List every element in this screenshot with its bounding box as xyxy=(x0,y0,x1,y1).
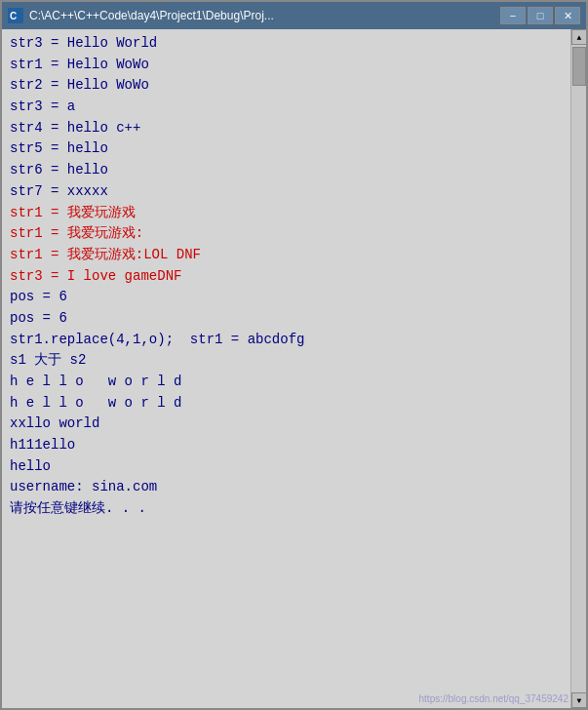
terminal-line: str1.replace(4,1,o); str1 = abcdofg xyxy=(10,330,563,351)
terminal-line: xxllo world xyxy=(10,414,563,435)
terminal-line: h111ello xyxy=(10,435,563,456)
terminal-line: s1 大于 s2 xyxy=(10,350,563,372)
content-area: str3 = Hello Worldstr1 = Hello WoWostr2 … xyxy=(2,29,586,708)
terminal-line: hello xyxy=(10,456,563,478)
terminal-line: str1 = 我爱玩游戏:LOL DNF xyxy=(10,245,563,266)
terminal-output: str3 = Hello Worldstr1 = Hello WoWostr2 … xyxy=(2,29,570,708)
terminal-line: str1 = 我爱玩游戏: xyxy=(10,223,563,245)
scroll-up-button[interactable]: ▲ xyxy=(571,29,586,45)
terminal-line: str3 = Hello World xyxy=(10,33,563,55)
terminal-line: pos = 6 xyxy=(10,287,563,308)
terminal-line: str1 = Hello WoWo xyxy=(10,55,563,76)
terminal-line: str6 = hello xyxy=(10,160,563,181)
terminal-line: pos = 6 xyxy=(10,308,563,330)
minimize-button[interactable]: − xyxy=(500,7,526,24)
svg-text:C: C xyxy=(10,11,17,21)
scroll-thumb[interactable] xyxy=(572,47,586,86)
terminal-line: str4 = hello c++ xyxy=(10,118,563,139)
watermark: https://blog.csdn.net/qq_37459242 xyxy=(419,693,568,704)
window-title: C:\AC++\C++Code\day4\Project1\Debug\Proj… xyxy=(29,9,500,22)
terminal-line: 请按任意键继续. . . xyxy=(10,498,563,520)
terminal-line: str5 = hello xyxy=(10,138,563,160)
terminal-line: str2 = Hello WoWo xyxy=(10,75,563,97)
terminal-line: str1 = 我爱玩游戏 xyxy=(10,203,563,224)
terminal-line: str3 = I love gameDNF xyxy=(10,266,563,288)
terminal-line: h e l l o w o r l d xyxy=(10,372,563,393)
maximize-button[interactable]: □ xyxy=(528,7,553,24)
close-button[interactable]: ✕ xyxy=(555,7,580,24)
console-window: C C:\AC++\C++Code\day4\Project1\Debug\Pr… xyxy=(0,0,588,710)
app-icon: C xyxy=(8,8,23,23)
scrollbar[interactable]: ▲ ▼ xyxy=(570,29,586,708)
terminal-line: h e l l o w o r l d xyxy=(10,393,563,414)
scroll-down-button[interactable]: ▼ xyxy=(571,692,586,708)
terminal-line: str7 = xxxxx xyxy=(10,181,563,203)
scroll-track[interactable] xyxy=(571,45,586,692)
terminal-line: username: sina.com xyxy=(10,477,563,498)
terminal-line: str3 = a xyxy=(10,97,563,118)
title-bar: C C:\AC++\C++Code\day4\Project1\Debug\Pr… xyxy=(2,2,586,29)
window-controls: − □ ✕ xyxy=(500,7,580,24)
